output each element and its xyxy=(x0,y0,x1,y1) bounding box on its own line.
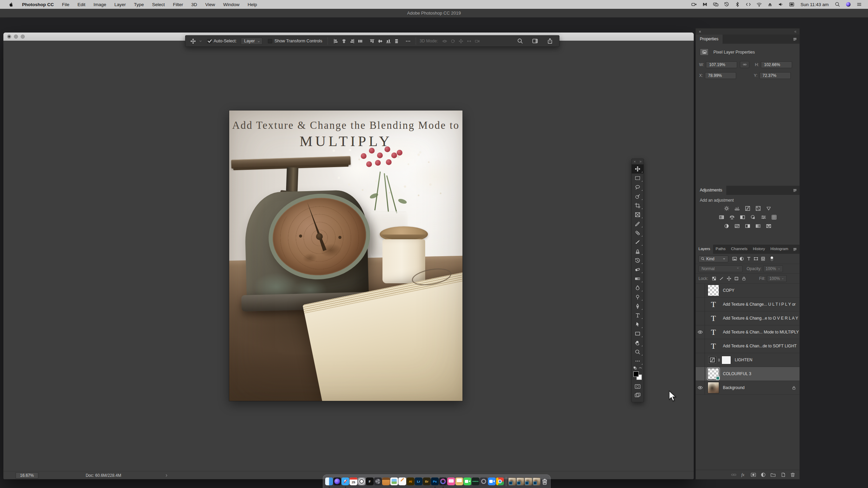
tool-path-select[interactable] xyxy=(632,320,644,329)
levels-icon[interactable] xyxy=(734,205,741,212)
eye-toggle[interactable] xyxy=(696,339,705,353)
time-machine-icon[interactable] xyxy=(721,2,732,7)
close-window-button[interactable] xyxy=(7,35,11,39)
exposure-icon[interactable] xyxy=(755,205,762,212)
menu-type[interactable]: Type xyxy=(130,2,148,7)
selective-color-icon[interactable] xyxy=(765,223,772,229)
layer-mask-thumbnail[interactable] xyxy=(722,356,731,364)
vibrance-icon[interactable] xyxy=(765,205,772,212)
tool-rect-marquee[interactable] xyxy=(632,174,644,183)
wifi-icon[interactable] xyxy=(754,2,765,7)
tool-zoom[interactable] xyxy=(632,347,644,357)
distribute-v-icon[interactable] xyxy=(394,39,399,44)
menu-layer[interactable]: Layer xyxy=(110,2,130,7)
menu-3d[interactable]: 3D xyxy=(187,2,201,7)
layer-row[interactable]: COLOURFUL 3 xyxy=(696,367,800,381)
dock-zoom-app[interactable] xyxy=(488,477,496,485)
layers-menu-icon[interactable] xyxy=(793,247,797,251)
tool-healing-brush[interactable] xyxy=(632,228,644,238)
auto-select-checkbox[interactable] xyxy=(207,39,212,43)
align-center-h-icon[interactable] xyxy=(341,39,347,44)
tool-hand[interactable] xyxy=(632,338,644,347)
bluetooth-icon[interactable] xyxy=(732,2,743,7)
dock-safari[interactable] xyxy=(341,477,349,485)
layer-name[interactable]: Background xyxy=(723,385,745,390)
width-field[interactable]: 107.19% xyxy=(706,61,737,68)
align-top-icon[interactable] xyxy=(370,39,375,44)
dock-photos-app[interactable] xyxy=(390,477,398,485)
dock-quicktime[interactable] xyxy=(358,477,366,485)
tab-adjustments[interactable]: Adjustments xyxy=(696,186,726,195)
new-adjustment-button[interactable] xyxy=(761,472,766,477)
show-transform-checkbox[interactable] xyxy=(268,39,272,43)
eye-toggle[interactable] xyxy=(696,325,705,339)
layer-name[interactable]: Add Texture & Chang...e to O V E R L A Y xyxy=(723,316,798,321)
height-field[interactable]: 102.66% xyxy=(761,61,792,68)
close-toolbar-icon[interactable] xyxy=(633,160,636,163)
layer-thumbnail[interactable] xyxy=(708,368,719,380)
menu-window[interactable]: Window xyxy=(219,2,243,7)
eject-icon[interactable] xyxy=(765,2,775,7)
malwarebytes-icon[interactable] xyxy=(699,2,710,7)
siri-icon[interactable] xyxy=(843,2,854,7)
layer-row[interactable]: TAdd Texture & Chan... Mode to MULTIPLY xyxy=(696,325,800,339)
layer-filter-kind-dropdown[interactable]: Kind xyxy=(698,256,728,262)
layer-name[interactable]: Add Texture & Chan... Mode to MULTIPLY xyxy=(723,330,799,334)
tool-preset-chevron-icon[interactable] xyxy=(199,39,202,43)
search-icon[interactable] xyxy=(517,38,523,44)
zoom-level-field[interactable]: 16.67% xyxy=(16,472,38,479)
link-dimensions-button[interactable] xyxy=(740,61,749,68)
dock-lightroom[interactable]: Lr xyxy=(415,477,422,485)
align-left-icon[interactable] xyxy=(333,39,338,44)
layer-name[interactable]: LIGHTEN xyxy=(735,358,752,362)
text-layer-thumbnail[interactable]: T xyxy=(708,299,719,310)
dock-media-app[interactable] xyxy=(439,477,447,485)
auto-select-target-dropdown[interactable]: Layer xyxy=(241,38,262,45)
layer-style-button[interactable]: fx xyxy=(741,472,746,477)
menu-clock[interactable]: Sun 11:43 am xyxy=(797,2,832,7)
eye-toggle[interactable] xyxy=(696,353,705,367)
zoom-window-button[interactable] xyxy=(21,35,25,39)
fill-field[interactable]: 100% xyxy=(767,275,787,282)
layer-row[interactable]: COPY xyxy=(696,284,800,298)
tool-rectangle[interactable] xyxy=(632,329,644,338)
dock-notes-app[interactable] xyxy=(382,477,390,485)
tool-type[interactable] xyxy=(632,311,644,320)
tool-lasso[interactable] xyxy=(632,183,644,192)
workspace-icon[interactable] xyxy=(532,38,538,44)
smart-objects-filter-icon[interactable] xyxy=(760,256,767,261)
dock-settings-app[interactable] xyxy=(480,477,488,485)
share-icon[interactable] xyxy=(547,38,553,44)
menu-edit[interactable]: Edit xyxy=(74,2,90,7)
adjustments-menu-icon[interactable] xyxy=(793,188,797,192)
channel-mixer-icon[interactable] xyxy=(760,214,767,221)
properties-menu-icon[interactable] xyxy=(793,37,797,41)
default-colors-icon[interactable] xyxy=(633,366,637,370)
brightness-contrast-icon[interactable] xyxy=(723,205,730,212)
dock-document-thumbnail[interactable] xyxy=(508,477,516,485)
lock-artboard-icon[interactable] xyxy=(733,276,740,281)
shape-layers-filter-icon[interactable] xyxy=(752,256,760,261)
invert-icon[interactable] xyxy=(723,223,730,229)
adjustment-layers-filter-icon[interactable] xyxy=(738,256,745,261)
menu-file[interactable]: File xyxy=(58,2,74,7)
tool-brush[interactable] xyxy=(632,238,644,247)
spotlight-icon[interactable] xyxy=(832,2,843,7)
tool-history-brush[interactable] xyxy=(632,256,644,265)
lock-pixels-icon[interactable] xyxy=(718,276,725,281)
delete-layer-button[interactable] xyxy=(790,472,795,477)
tool-quick-select[interactable] xyxy=(632,192,644,201)
tool-dodge[interactable] xyxy=(632,292,644,302)
opacity-field[interactable]: 100% xyxy=(763,265,783,272)
dock-chrome[interactable] xyxy=(496,477,504,485)
dock-facetime[interactable] xyxy=(463,477,471,485)
layer-thumbnail[interactable] xyxy=(708,285,719,296)
dock-illustrator[interactable]: Ai xyxy=(407,477,414,485)
lock-position-icon[interactable] xyxy=(726,276,732,281)
distribute-h-icon[interactable] xyxy=(358,39,363,44)
layer-thumbnail[interactable] xyxy=(708,382,719,393)
layer-name[interactable]: Add Texture & Change... U L T I P L Y or xyxy=(723,302,796,307)
dock-pages-app[interactable] xyxy=(398,477,406,485)
eye-toggle[interactable] xyxy=(696,284,705,298)
collapse-panels-icon[interactable] xyxy=(794,30,797,33)
